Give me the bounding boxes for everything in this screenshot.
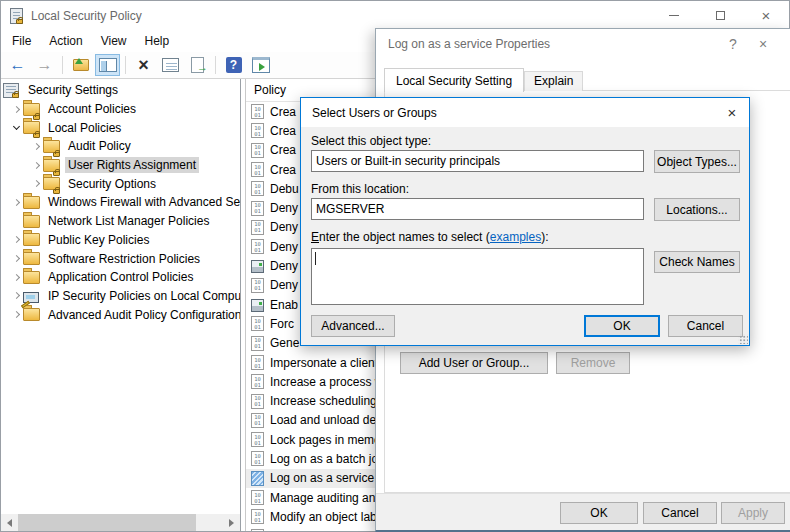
minimize-button[interactable] (651, 1, 697, 30)
lock-overlay-icon (53, 189, 60, 194)
policy-icon (251, 239, 264, 254)
policy-item-label: Deny (270, 278, 298, 292)
tree-item[interactable]: Audit Policy (1, 137, 240, 156)
lock-overlay-icon (12, 93, 19, 98)
policy-icon (251, 336, 264, 351)
close-button[interactable]: × (743, 1, 789, 30)
tree-expander[interactable] (9, 237, 23, 242)
properties-dialog-titlebar: Log on as a service Properties ? × (376, 29, 790, 59)
tree-expander[interactable] (9, 256, 23, 261)
menu-file[interactable]: File (3, 32, 40, 50)
tree-expander[interactable] (9, 312, 23, 317)
policy-icon (251, 162, 264, 177)
tree-item[interactable]: Security Settings (1, 81, 240, 100)
right-triangle-icon (229, 519, 234, 527)
dialog-help-button[interactable]: ? (718, 29, 748, 59)
advanced-button[interactable]: Advanced... (311, 315, 395, 337)
menu-action[interactable]: Action (40, 32, 91, 50)
lock-overlay-icon (53, 171, 60, 176)
tree-expander[interactable] (9, 107, 23, 112)
tree-item[interactable]: Network List Manager Policies (1, 212, 240, 231)
policy-item-label: Deny (270, 240, 298, 254)
tree-item[interactable]: Advanced Audit Policy Configuration (1, 305, 240, 324)
tree-expander[interactable] (29, 144, 43, 149)
back-icon[interactable] (5, 54, 30, 76)
folder-lock-icon (23, 121, 39, 137)
select-ok-button[interactable]: OK (584, 315, 660, 337)
examples-link[interactable]: examples (490, 230, 541, 244)
folder-lock-icon (43, 140, 59, 156)
folder-icon (23, 215, 39, 231)
tab-explain[interactable]: Explain (524, 71, 583, 91)
remove-button[interactable]: Remove (556, 352, 630, 374)
tree-expander[interactable] (9, 293, 23, 298)
check-names-button[interactable]: Check Names (654, 251, 740, 273)
delete-icon[interactable] (131, 54, 156, 76)
add-user-or-group-button[interactable]: Add User or Group... (400, 352, 548, 374)
properties-ok-button[interactable]: OK (560, 502, 638, 524)
text-caret (315, 252, 316, 265)
scroll-left-arrow[interactable] (1, 514, 18, 531)
policy-icon (251, 181, 264, 196)
show-console-tree-icon[interactable] (95, 54, 120, 76)
policy-item-label: Debu (270, 182, 299, 196)
tree-item-label: Security Settings (25, 82, 121, 98)
tree-item[interactable]: Software Restriction Policies (1, 249, 240, 268)
tree-item-label: Local Policies (45, 120, 124, 136)
policy-item-label: Load and unload dev (270, 413, 382, 427)
forward-icon[interactable] (32, 54, 57, 76)
tab-local-security-setting[interactable]: Local Security Setting (384, 68, 524, 92)
tree-item[interactable]: IP Security Policies on Local Compute (1, 287, 240, 306)
dialog-close-button[interactable]: × (748, 29, 778, 59)
object-type-field[interactable]: Users or Built-in security principals (311, 150, 644, 172)
new-window-icon[interactable] (248, 54, 273, 76)
folder-icon (23, 233, 39, 249)
tree-item[interactable]: Local Policies (1, 118, 240, 137)
select-cancel-button[interactable]: Cancel (668, 315, 743, 337)
properties-cancel-button[interactable]: Cancel (643, 502, 717, 524)
locations-button[interactable]: Locations... (654, 198, 740, 221)
policy-item-label: Crea (270, 143, 296, 157)
object-types-button[interactable]: Object Types... (654, 150, 740, 173)
select-dialog-close-button[interactable]: × (715, 98, 749, 127)
tree-expander[interactable] (29, 163, 43, 168)
from-location-field[interactable]: MGSERVER (311, 198, 644, 220)
tree-expander[interactable] (29, 181, 43, 186)
policy-icon (251, 413, 264, 428)
tree-item[interactable]: Public Key Policies (1, 231, 240, 250)
object-names-label-accel: E (311, 230, 319, 244)
properties-icon[interactable] (158, 54, 183, 76)
policy-icon (251, 123, 264, 138)
tree-item[interactable]: Windows Firewall with Advanced Secu (1, 193, 240, 212)
policy-icon (251, 220, 264, 235)
tree-item[interactable]: Security Options (1, 174, 240, 193)
policy-item-label: Log on as a service (270, 471, 374, 485)
tree-item[interactable]: Application Control Policies (1, 268, 240, 287)
export-list-icon[interactable] (185, 54, 210, 76)
menu-view[interactable]: View (92, 32, 136, 50)
lock-overlay-icon (33, 115, 40, 120)
maximize-button[interactable] (697, 1, 743, 30)
menu-help[interactable]: Help (136, 32, 179, 50)
scrollbar-thumb[interactable] (18, 514, 196, 531)
tree-horizontal-scrollbar[interactable] (1, 514, 240, 531)
properties-apply-button[interactable]: Apply (721, 502, 785, 524)
tree-item[interactable]: User Rights Assignment (1, 156, 240, 175)
object-names-label-suffix: ): (541, 230, 548, 244)
tree-item[interactable]: Account Policies (1, 100, 240, 119)
scroll-right-arrow[interactable] (223, 514, 240, 531)
tree-expander[interactable] (9, 126, 23, 129)
select-dialog-titlebar: Select Users or Groups × (301, 98, 749, 127)
resize-grip[interactable] (738, 334, 748, 344)
help-icon[interactable] (221, 54, 246, 76)
security-policy-app-icon (10, 8, 23, 24)
policy-column-label: Policy (254, 83, 286, 97)
up-one-level-icon[interactable] (68, 54, 93, 76)
tree-expander[interactable] (9, 200, 23, 205)
lock-overlay-icon (16, 19, 23, 24)
policy-item-label: Crea (270, 163, 296, 177)
toolbar-separator (62, 56, 63, 74)
policy-item-label: Deny (270, 220, 298, 234)
object-names-input[interactable] (311, 248, 644, 305)
tree-expander[interactable] (9, 275, 23, 280)
